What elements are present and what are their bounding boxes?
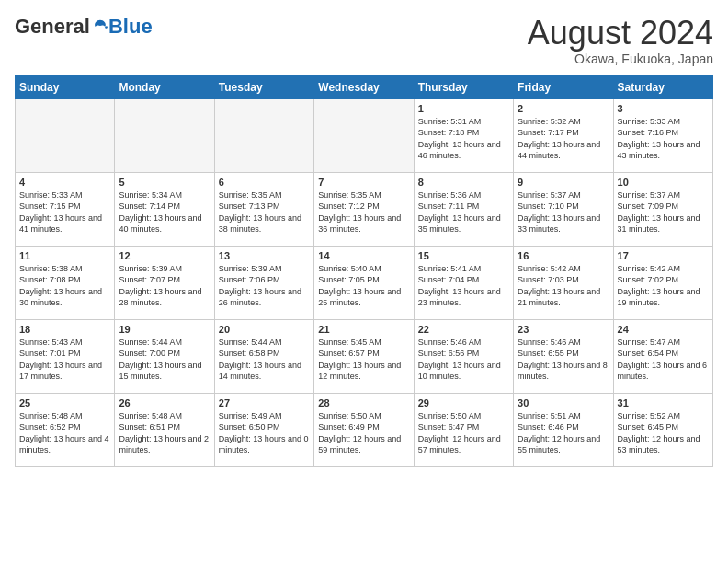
day-info: Sunrise: 5:48 AMSunset: 6:52 PMDaylight:… — [19, 410, 110, 456]
calendar-cell: 23Sunrise: 5:46 AMSunset: 6:55 PMDayligh… — [514, 319, 613, 393]
day-info: Sunrise: 5:45 AMSunset: 6:57 PMDaylight:… — [318, 337, 409, 383]
day-number: 8 — [418, 177, 509, 188]
day-number: 13 — [219, 250, 310, 261]
day-info: Sunrise: 5:49 AMSunset: 6:50 PMDaylight:… — [219, 410, 310, 456]
calendar-cell: 26Sunrise: 5:48 AMSunset: 6:51 PMDayligh… — [115, 393, 214, 466]
calendar-cell: 4Sunrise: 5:33 AMSunset: 7:15 PMDaylight… — [16, 172, 115, 246]
calendar-cell: 29Sunrise: 5:50 AMSunset: 6:47 PMDayligh… — [414, 393, 513, 466]
weekday-header-saturday: Saturday — [613, 75, 712, 98]
day-info: Sunrise: 5:35 AMSunset: 7:13 PMDaylight:… — [219, 190, 310, 236]
day-number: 25 — [19, 397, 110, 408]
weekday-header-tuesday: Tuesday — [214, 75, 313, 98]
day-info: Sunrise: 5:37 AMSunset: 7:09 PMDaylight:… — [618, 190, 709, 236]
day-number: 22 — [418, 324, 509, 335]
calendar-cell: 19Sunrise: 5:44 AMSunset: 7:00 PMDayligh… — [115, 319, 214, 393]
day-number: 29 — [418, 397, 509, 408]
day-number: 3 — [618, 103, 709, 114]
day-info: Sunrise: 5:41 AMSunset: 7:04 PMDaylight:… — [418, 263, 509, 309]
day-info: Sunrise: 5:42 AMSunset: 7:03 PMDaylight:… — [518, 263, 609, 309]
logo: General Blue — [15, 15, 153, 39]
day-info: Sunrise: 5:47 AMSunset: 6:54 PMDaylight:… — [618, 337, 709, 383]
day-number: 4 — [19, 177, 110, 188]
calendar-table: SundayMondayTuesdayWednesdayThursdayFrid… — [15, 75, 713, 467]
day-number: 26 — [119, 397, 210, 408]
day-info: Sunrise: 5:42 AMSunset: 7:02 PMDaylight:… — [618, 263, 709, 309]
calendar-cell: 27Sunrise: 5:49 AMSunset: 6:50 PMDayligh… — [214, 393, 313, 466]
day-number: 23 — [518, 324, 609, 335]
logo-general: General — [15, 15, 90, 39]
day-info: Sunrise: 5:39 AMSunset: 7:07 PMDaylight:… — [119, 263, 210, 309]
calendar-cell: 11Sunrise: 5:38 AMSunset: 7:08 PMDayligh… — [16, 246, 115, 319]
day-info: Sunrise: 5:50 AMSunset: 6:49 PMDaylight:… — [318, 410, 409, 456]
day-number: 5 — [119, 177, 210, 188]
calendar-cell: 15Sunrise: 5:41 AMSunset: 7:04 PMDayligh… — [414, 246, 513, 319]
location-subtitle: Okawa, Fukuoka, Japan — [528, 52, 713, 66]
calendar-cell: 14Sunrise: 5:40 AMSunset: 7:05 PMDayligh… — [314, 246, 414, 319]
day-number: 20 — [219, 324, 310, 335]
weekday-header-monday: Monday — [115, 75, 214, 98]
day-number: 17 — [618, 250, 709, 261]
weekday-header-sunday: Sunday — [16, 75, 115, 98]
day-info: Sunrise: 5:44 AMSunset: 6:58 PMDaylight:… — [219, 337, 310, 383]
day-info: Sunrise: 5:48 AMSunset: 6:51 PMDaylight:… — [119, 410, 210, 456]
day-number: 1 — [418, 103, 509, 114]
day-info: Sunrise: 5:51 AMSunset: 6:46 PMDaylight:… — [518, 410, 609, 456]
calendar-cell: 2Sunrise: 5:32 AMSunset: 7:17 PMDaylight… — [514, 98, 613, 172]
day-info: Sunrise: 5:35 AMSunset: 7:12 PMDaylight:… — [318, 190, 409, 236]
day-number: 18 — [19, 324, 110, 335]
day-info: Sunrise: 5:43 AMSunset: 7:01 PMDaylight:… — [19, 337, 110, 383]
weekday-header-thursday: Thursday — [414, 75, 513, 98]
calendar-cell: 28Sunrise: 5:50 AMSunset: 6:49 PMDayligh… — [314, 393, 414, 466]
calendar-cell: 20Sunrise: 5:44 AMSunset: 6:58 PMDayligh… — [214, 319, 313, 393]
calendar-week-row: 4Sunrise: 5:33 AMSunset: 7:15 PMDaylight… — [16, 172, 713, 246]
day-number: 12 — [119, 250, 210, 261]
calendar-cell: 8Sunrise: 5:36 AMSunset: 7:11 PMDaylight… — [414, 172, 513, 246]
calendar-week-row: 11Sunrise: 5:38 AMSunset: 7:08 PMDayligh… — [16, 246, 713, 319]
calendar-cell: 31Sunrise: 5:52 AMSunset: 6:45 PMDayligh… — [613, 393, 712, 466]
day-number: 7 — [318, 177, 409, 188]
calendar-cell: 16Sunrise: 5:42 AMSunset: 7:03 PMDayligh… — [514, 246, 613, 319]
day-number: 19 — [119, 324, 210, 335]
day-number: 14 — [318, 250, 409, 261]
day-number: 11 — [19, 250, 110, 261]
day-number: 30 — [518, 397, 609, 408]
day-info: Sunrise: 5:36 AMSunset: 7:11 PMDaylight:… — [418, 190, 509, 236]
day-number: 9 — [518, 177, 609, 188]
day-info: Sunrise: 5:44 AMSunset: 7:00 PMDaylight:… — [119, 337, 210, 383]
page-header: General Blue August 2024 Okawa, Fukuoka,… — [15, 15, 713, 66]
calendar-header-row: SundayMondayTuesdayWednesdayThursdayFrid… — [16, 75, 713, 98]
day-number: 16 — [518, 250, 609, 261]
day-number: 21 — [318, 324, 409, 335]
calendar-cell: 7Sunrise: 5:35 AMSunset: 7:12 PMDaylight… — [314, 172, 414, 246]
day-info: Sunrise: 5:34 AMSunset: 7:14 PMDaylight:… — [119, 190, 210, 236]
day-number: 28 — [318, 397, 409, 408]
day-info: Sunrise: 5:33 AMSunset: 7:16 PMDaylight:… — [618, 116, 709, 162]
day-info: Sunrise: 5:31 AMSunset: 7:18 PMDaylight:… — [418, 116, 509, 162]
calendar-cell: 17Sunrise: 5:42 AMSunset: 7:02 PMDayligh… — [613, 246, 712, 319]
calendar-cell: 13Sunrise: 5:39 AMSunset: 7:06 PMDayligh… — [214, 246, 313, 319]
calendar-week-row: 25Sunrise: 5:48 AMSunset: 6:52 PMDayligh… — [16, 393, 713, 466]
logo-blue: Blue — [108, 15, 153, 39]
calendar-cell: 1Sunrise: 5:31 AMSunset: 7:18 PMDaylight… — [414, 98, 513, 172]
day-number: 31 — [618, 397, 709, 408]
day-info: Sunrise: 5:38 AMSunset: 7:08 PMDaylight:… — [19, 263, 110, 309]
calendar-cell: 3Sunrise: 5:33 AMSunset: 7:16 PMDaylight… — [613, 98, 712, 172]
day-info: Sunrise: 5:52 AMSunset: 6:45 PMDaylight:… — [618, 410, 709, 456]
day-info: Sunrise: 5:46 AMSunset: 6:55 PMDaylight:… — [518, 337, 609, 383]
weekday-header-friday: Friday — [514, 75, 613, 98]
calendar-week-row: 18Sunrise: 5:43 AMSunset: 7:01 PMDayligh… — [16, 319, 713, 393]
calendar-cell: 5Sunrise: 5:34 AMSunset: 7:14 PMDaylight… — [115, 172, 214, 246]
calendar-cell: 30Sunrise: 5:51 AMSunset: 6:46 PMDayligh… — [514, 393, 613, 466]
calendar-cell: 10Sunrise: 5:37 AMSunset: 7:09 PMDayligh… — [613, 172, 712, 246]
calendar-cell — [16, 98, 115, 172]
day-info: Sunrise: 5:40 AMSunset: 7:05 PMDaylight:… — [318, 263, 409, 309]
day-info: Sunrise: 5:50 AMSunset: 6:47 PMDaylight:… — [418, 410, 509, 456]
day-number: 15 — [418, 250, 509, 261]
day-info: Sunrise: 5:32 AMSunset: 7:17 PMDaylight:… — [518, 116, 609, 162]
calendar-week-row: 1Sunrise: 5:31 AMSunset: 7:18 PMDaylight… — [16, 98, 713, 172]
calendar-cell: 18Sunrise: 5:43 AMSunset: 7:01 PMDayligh… — [16, 319, 115, 393]
calendar-cell: 21Sunrise: 5:45 AMSunset: 6:57 PMDayligh… — [314, 319, 414, 393]
month-year-title: August 2024 — [528, 15, 713, 52]
day-info: Sunrise: 5:46 AMSunset: 6:56 PMDaylight:… — [418, 337, 509, 383]
day-number: 2 — [518, 103, 609, 114]
